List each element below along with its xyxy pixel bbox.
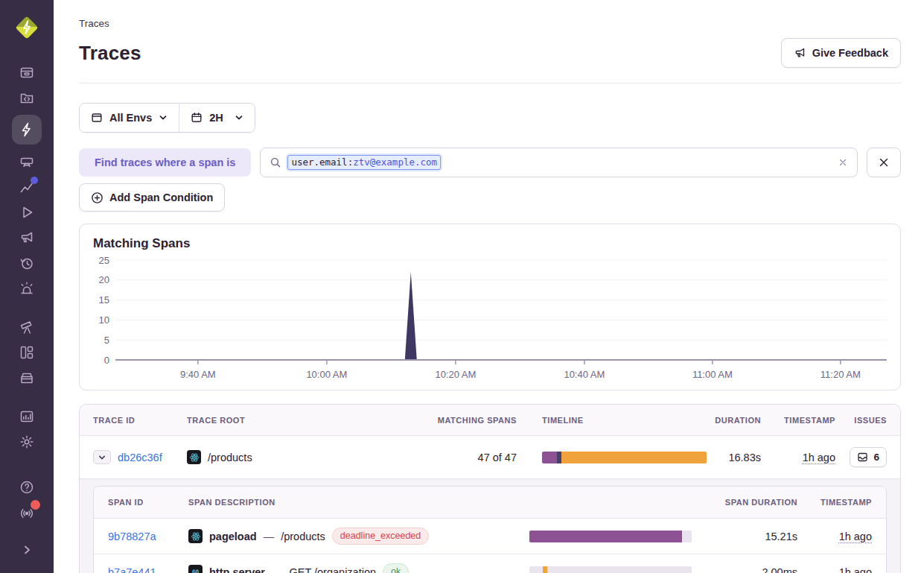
span-separator: —: [264, 531, 275, 542]
sidebar-item-dashboards[interactable]: [12, 340, 42, 365]
svg-text:11:20 AM: 11:20 AM: [821, 369, 861, 380]
whats-new-notification-dot: [31, 500, 40, 510]
app-root: Traces Traces Give Feedback All Envs: [0, 0, 924, 573]
chevron-down-icon: [98, 453, 106, 462]
siren-icon: [19, 280, 35, 297]
give-feedback-label: Give Feedback: [812, 47, 888, 59]
where-label: Find traces where a span is: [79, 148, 251, 177]
projector-icon: [19, 153, 35, 170]
sentry-logo[interactable]: [13, 13, 41, 42]
remove-condition-button[interactable]: [867, 148, 901, 177]
dashboard-grid-icon: [19, 344, 35, 361]
chart-title: Matching Spans: [93, 236, 887, 251]
col-trace-id: TRACE ID: [93, 416, 187, 425]
col-trace-root: TRACE ROOT: [187, 416, 405, 425]
gear-icon: [19, 434, 35, 450]
time-range-filter[interactable]: 2H: [179, 104, 255, 132]
sidebar-item-issues[interactable]: [12, 60, 42, 85]
span-duration-bar: [529, 566, 692, 573]
page-content: All Envs 2H Find traces where a span is …: [54, 83, 924, 573]
span-duration: 2.00ms: [762, 566, 797, 573]
stats-bars-icon: [19, 408, 35, 425]
search-filter-token[interactable]: user.email:ztv@example.com: [287, 155, 441, 171]
col-span-duration: SPAN DURATION: [725, 498, 797, 507]
trace-duration: 16.83s: [728, 452, 761, 463]
col-timestamp: TIMESTAMP: [784, 416, 835, 425]
close-icon: [878, 156, 890, 168]
breadcrumb[interactable]: Traces: [79, 18, 901, 29]
sidebar-item-help[interactable]: [12, 475, 42, 500]
svg-text:15: 15: [99, 294, 109, 306]
go-platform-icon: GO: [188, 565, 203, 573]
archive-box-icon: [19, 370, 35, 386]
span-row: b7a7e441 GO http.server — GET /organizat…: [94, 554, 886, 573]
sidebar-item-releases[interactable]: [12, 365, 42, 390]
feedback-megaphone-icon: [794, 47, 806, 60]
issues-icon: [19, 64, 35, 80]
environment-filter[interactable]: All Envs: [80, 104, 179, 132]
span-row: 9b78827a pageload — /products deadline_e…: [94, 519, 886, 554]
trace-row: db26c36f /products 47 of 47 16.83s 1h ag…: [80, 436, 900, 478]
trace-issues-button[interactable]: 6: [850, 447, 887, 467]
sidebar-item-projects[interactable]: [12, 85, 42, 110]
token-value: ztv@example.com: [353, 156, 437, 168]
span-duration: 15.21s: [765, 531, 797, 542]
col-span-timestamp: TIMESTAMP: [821, 498, 872, 507]
svg-text:20: 20: [99, 274, 109, 285]
col-duration: DURATION: [715, 416, 761, 425]
window-icon: [91, 112, 103, 124]
give-feedback-button[interactable]: Give Feedback: [781, 38, 901, 68]
sidebar-item-stats[interactable]: [12, 404, 42, 429]
sidebar-item-replays[interactable]: [12, 200, 42, 225]
trace-id-link[interactable]: db26c36f: [118, 452, 162, 463]
insights-notification-dot: [31, 177, 38, 184]
span-description: /products: [281, 531, 325, 542]
logo-bolt-icon: [21, 19, 33, 37]
sidebar-item-whats-new[interactable]: [12, 500, 42, 525]
telescope-icon: [19, 319, 35, 335]
sidebar-item-feedback[interactable]: [12, 225, 42, 250]
span-op: http.server: [209, 566, 265, 573]
sidebar-item-settings[interactable]: [12, 429, 42, 455]
col-timeline: TIMELINE: [517, 416, 695, 425]
react-platform-icon: [188, 529, 203, 543]
svg-text:10: 10: [99, 314, 109, 326]
main-area: Traces Traces Give Feedback All Envs: [54, 0, 924, 573]
clear-search-icon[interactable]: [838, 157, 848, 168]
search-icon: [270, 156, 281, 168]
sidebar-item-alerts[interactable]: [12, 276, 42, 301]
megaphone-icon: [19, 229, 35, 246]
matching-spans-count: 47 of 47: [478, 452, 517, 463]
react-platform-icon: [187, 450, 201, 464]
span-id-link[interactable]: b7a7e441: [108, 566, 188, 573]
svg-text:10:20 AM: 10:20 AM: [435, 369, 476, 380]
sidebar-expand-button[interactable]: [12, 537, 42, 563]
matching-spans-chart[interactable]: 05101520259:40 AM10:00 AM10:20 AM10:40 A…: [93, 254, 888, 382]
trace-timestamp[interactable]: 1h ago: [803, 452, 835, 463]
span-separator: —: [272, 566, 283, 573]
col-matching-spans: MATCHING SPANS: [438, 416, 517, 425]
trace-root-label: /products: [208, 452, 252, 463]
matching-spans-chart-card: Matching Spans 05101520259:40 AM10:00 AM…: [79, 224, 901, 390]
span-timestamp[interactable]: 1h ago: [839, 566, 872, 573]
sidebar-item-profiling[interactable]: [12, 149, 42, 174]
history-clock-icon: [19, 255, 35, 271]
sidebar-item-discover[interactable]: [12, 314, 42, 340]
span-timestamp[interactable]: 1h ago: [839, 531, 872, 542]
chevron-down-icon: [235, 113, 243, 122]
time-range-label: 2H: [209, 112, 223, 124]
span-id-link[interactable]: 9b78827a: [108, 531, 188, 542]
sidebar-item-insights[interactable]: [12, 174, 42, 200]
col-span-id: SPAN ID: [108, 498, 188, 507]
sidebar-item-explore-selected[interactable]: [12, 115, 42, 145]
chevron-down-icon: [159, 113, 168, 122]
add-span-condition-button[interactable]: Add Span Condition: [79, 183, 225, 212]
sidebar-item-history[interactable]: [12, 250, 42, 276]
add-span-condition-label: Add Span Condition: [109, 191, 213, 203]
traces-table-header: TRACE ID TRACE ROOT MATCHING SPANS TIMEL…: [80, 405, 900, 436]
collapse-trace-button[interactable]: [93, 450, 111, 464]
svg-text:9:40 AM: 9:40 AM: [180, 369, 216, 380]
span-search-input[interactable]: user.email:ztv@example.com: [260, 148, 858, 177]
trace-issues-count: 6: [873, 452, 879, 463]
calendar-icon: [191, 112, 203, 124]
